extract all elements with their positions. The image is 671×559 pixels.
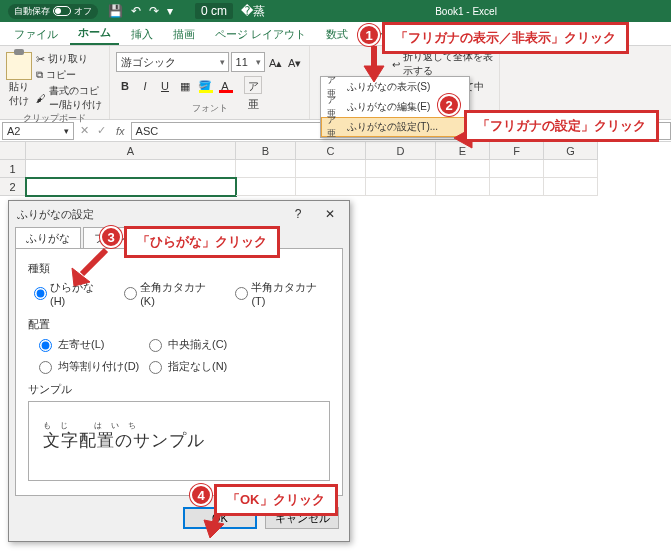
callout-1: 「フリガナの表示／非表示」クリック	[382, 22, 629, 54]
cell[interactable]	[26, 160, 236, 178]
fx-icon[interactable]: fx	[110, 125, 131, 137]
tab-insert[interactable]: 挿入	[123, 23, 161, 45]
save-icon[interactable]: 💾	[108, 4, 123, 18]
phonetic-settings-item[interactable]: ア亜ふりがなの設定(T)...	[321, 117, 469, 137]
row-header-2[interactable]: 2	[0, 178, 26, 196]
name-box-value: A2	[7, 125, 20, 137]
enter-formula-icon[interactable]: ✓	[93, 124, 110, 137]
group-clipboard: 貼り付け ✂切り取り ⧉コピー 🖌書式のコピー/貼り付け クリップボード	[0, 46, 110, 119]
radio-full-katakana-input[interactable]	[124, 287, 137, 300]
worksheet: A B C D E F G 1 2	[0, 142, 671, 196]
help-button[interactable]: ?	[283, 204, 313, 224]
font-name-combo[interactable]: 游ゴシック	[116, 52, 229, 72]
shape-size: 0 cm	[195, 3, 233, 19]
copy-label: コピー	[46, 68, 76, 82]
radio-align-center[interactable]: 中央揃え(C)	[144, 336, 254, 352]
redo-icon[interactable]: ↷	[149, 4, 159, 18]
bold-button[interactable]: B	[116, 76, 134, 94]
radio-align-none-label: 指定なし(N)	[168, 359, 227, 374]
marker-3: 3	[100, 226, 122, 248]
autosave-state: オフ	[74, 5, 92, 18]
callout-4: 「OK」クリック	[214, 484, 338, 516]
col-header-a[interactable]: A	[26, 142, 236, 160]
cell[interactable]	[296, 178, 366, 196]
cell[interactable]	[236, 178, 296, 196]
cell[interactable]	[436, 178, 490, 196]
radio-align-center-input[interactable]	[149, 339, 162, 352]
wrap-text-button[interactable]: ↩折り返して全体を表示する	[392, 50, 493, 78]
cell[interactable]	[366, 160, 436, 178]
radio-half-katakana-input[interactable]	[235, 287, 248, 300]
cut-button[interactable]: ✂切り取り	[36, 52, 103, 66]
cell[interactable]	[544, 160, 598, 178]
font-color-button[interactable]: A	[216, 76, 234, 94]
copy-button[interactable]: ⧉コピー	[36, 68, 103, 82]
radio-align-left[interactable]: 左寄せ(L)	[34, 336, 144, 352]
wrap-text-label: 折り返して全体を表示する	[403, 50, 493, 78]
fill-color-button[interactable]: 🪣	[196, 76, 214, 94]
tab-home[interactable]: ホーム	[70, 21, 119, 45]
copy-icon: ⧉	[36, 69, 43, 81]
font-size-combo[interactable]: 11	[231, 52, 266, 72]
radio-align-distribute[interactable]: 均等割り付け(D)	[34, 358, 144, 374]
radio-align-left-label: 左寄せ(L)	[58, 337, 104, 352]
col-header-b[interactable]: B	[236, 142, 296, 160]
qat-more-icon[interactable]: ▾	[167, 4, 173, 18]
col-header-c[interactable]: C	[296, 142, 366, 160]
border-button[interactable]: ▦	[176, 76, 194, 94]
shrink-font-button[interactable]: A▾	[286, 53, 303, 71]
grow-font-button[interactable]: A▴	[267, 53, 284, 71]
radio-align-left-input[interactable]	[39, 339, 52, 352]
cell[interactable]	[490, 160, 544, 178]
name-box[interactable]: A2▾	[2, 122, 74, 140]
chevron-down-icon: ▾	[64, 126, 69, 136]
tab-pagelayout[interactable]: ページ レイアウト	[207, 23, 314, 45]
underline-button[interactable]: U	[156, 76, 174, 94]
paste-button[interactable]: 貼り付け	[6, 52, 32, 108]
tab-draw[interactable]: 描画	[165, 23, 203, 45]
radio-full-katakana[interactable]: 全角カタカナ(K)	[124, 280, 219, 307]
radio-align-distribute-input[interactable]	[39, 361, 52, 374]
cell[interactable]	[544, 178, 598, 196]
radio-half-katakana[interactable]: 半角カタカナ(T)	[235, 280, 330, 307]
row-header-1[interactable]: 1	[0, 160, 26, 178]
font-name-value: 游ゴシック	[121, 55, 176, 70]
radio-hiragana-input[interactable]	[34, 287, 47, 300]
cell-a2[interactable]	[26, 178, 236, 196]
radio-align-distribute-label: 均等割り付け(D)	[58, 359, 139, 374]
radio-full-katakana-label: 全角カタカナ(K)	[140, 280, 219, 307]
phonetic-show-icon: ア亜	[327, 80, 341, 94]
cell[interactable]	[296, 160, 366, 178]
radio-align-none-input[interactable]	[149, 361, 162, 374]
svg-marker-7	[204, 520, 224, 538]
dialog-body: 種類 ひらがな(H) 全角カタカナ(K) 半角カタカナ(T) 配置 左寄せ(L)…	[15, 248, 343, 496]
tab-formulas[interactable]: 数式	[318, 23, 356, 45]
col-header-g[interactable]: G	[544, 142, 598, 160]
callout-3: 「ひらがな」クリック	[124, 226, 280, 258]
cell[interactable]	[436, 160, 490, 178]
cell[interactable]	[490, 178, 544, 196]
paste-icon	[6, 52, 32, 80]
group-font: 游ゴシック 11 A▴ A▾ B I U ▦ 🪣 A ア亜 フォント	[110, 46, 310, 119]
dialog-title: ふりがなの設定	[17, 207, 94, 222]
col-header-f[interactable]: F	[490, 142, 544, 160]
cancel-formula-icon[interactable]: ✕	[76, 124, 93, 137]
cell[interactable]	[366, 178, 436, 196]
phonetic-edit-label: ふりがなの編集(E)	[347, 100, 430, 114]
dialog-tab-furigana[interactable]: ふりがな	[15, 227, 81, 249]
select-all-corner[interactable]	[0, 142, 26, 160]
stepper-icon[interactable]: �蒸	[241, 3, 265, 20]
wrap-icon: ↩	[392, 59, 400, 70]
format-painter-button[interactable]: 🖌書式のコピー/貼り付け	[36, 84, 103, 112]
tab-file[interactable]: ファイル	[6, 23, 66, 45]
undo-icon[interactable]: ↶	[131, 4, 141, 18]
radio-align-none[interactable]: 指定なし(N)	[144, 358, 254, 374]
autosave-toggle[interactable]: 自動保存 オフ	[8, 4, 98, 19]
close-button[interactable]: ✕	[315, 204, 345, 224]
phonetic-button[interactable]: ア亜	[244, 76, 262, 94]
cut-label: 切り取り	[48, 52, 88, 66]
cell[interactable]	[236, 160, 296, 178]
italic-button[interactable]: I	[136, 76, 154, 94]
arrow-3	[68, 248, 108, 290]
col-header-d[interactable]: D	[366, 142, 436, 160]
